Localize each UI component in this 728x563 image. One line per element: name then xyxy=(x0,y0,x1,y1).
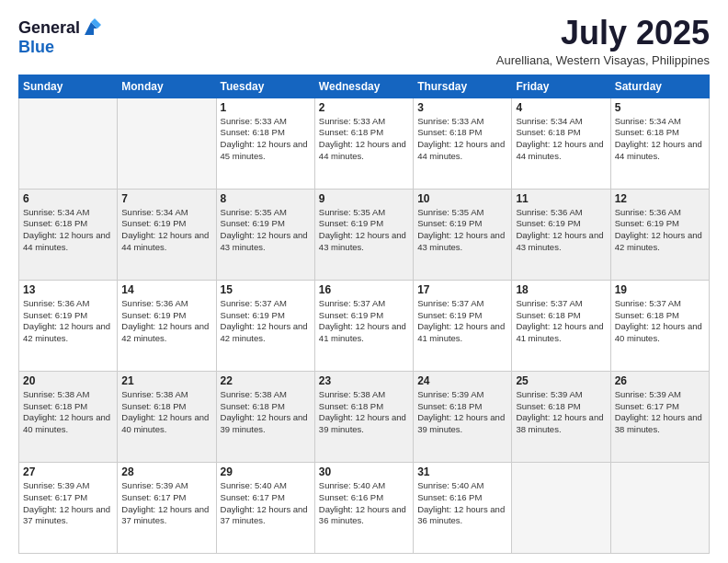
day-number: 16 xyxy=(319,283,409,296)
calendar-table: Sunday Monday Tuesday Wednesday Thursday… xyxy=(18,75,710,554)
day-info: Sunrise: 5:34 AM Sunset: 6:18 PM Dayligh… xyxy=(23,207,113,254)
calendar-day: 13Sunrise: 5:36 AM Sunset: 6:19 PM Dayli… xyxy=(19,280,118,371)
header-saturday: Saturday xyxy=(610,75,709,98)
calendar-week-row: 1Sunrise: 5:33 AM Sunset: 6:18 PM Daylig… xyxy=(19,98,710,189)
calendar-week-row: 6Sunrise: 5:34 AM Sunset: 6:18 PM Daylig… xyxy=(19,189,710,280)
day-info: Sunrise: 5:39 AM Sunset: 6:18 PM Dayligh… xyxy=(417,389,507,436)
day-number: 27 xyxy=(23,465,113,478)
calendar-week-row: 13Sunrise: 5:36 AM Sunset: 6:19 PM Dayli… xyxy=(19,280,710,371)
calendar-week-row: 20Sunrise: 5:38 AM Sunset: 6:18 PM Dayli… xyxy=(19,371,710,462)
day-info: Sunrise: 5:39 AM Sunset: 6:17 PM Dayligh… xyxy=(615,389,705,436)
header-tuesday: Tuesday xyxy=(216,75,314,98)
title-section: July 2025 Aurelliana, Western Visayas, P… xyxy=(496,15,710,67)
day-info: Sunrise: 5:33 AM Sunset: 6:18 PM Dayligh… xyxy=(417,116,507,163)
day-info: Sunrise: 5:37 AM Sunset: 6:18 PM Dayligh… xyxy=(615,298,705,345)
calendar-day: 28Sunrise: 5:39 AM Sunset: 6:17 PM Dayli… xyxy=(118,462,216,553)
day-number: 5 xyxy=(615,101,705,114)
calendar-day: 26Sunrise: 5:39 AM Sunset: 6:17 PM Dayli… xyxy=(610,371,709,462)
weekday-header-row: Sunday Monday Tuesday Wednesday Thursday… xyxy=(19,75,710,98)
header-friday: Friday xyxy=(512,75,610,98)
calendar-day: 9Sunrise: 5:35 AM Sunset: 6:19 PM Daylig… xyxy=(314,189,413,280)
day-info: Sunrise: 5:33 AM Sunset: 6:18 PM Dayligh… xyxy=(221,116,311,163)
calendar-day: 12Sunrise: 5:36 AM Sunset: 6:19 PM Dayli… xyxy=(610,189,709,280)
day-info: Sunrise: 5:38 AM Sunset: 6:18 PM Dayligh… xyxy=(121,389,211,436)
day-number: 17 xyxy=(417,283,507,296)
day-number: 14 xyxy=(121,283,211,296)
day-info: Sunrise: 5:34 AM Sunset: 6:18 PM Dayligh… xyxy=(615,116,705,163)
calendar-day: 20Sunrise: 5:38 AM Sunset: 6:18 PM Dayli… xyxy=(19,371,118,462)
calendar-day: 19Sunrise: 5:37 AM Sunset: 6:18 PM Dayli… xyxy=(610,280,709,371)
month-title: July 2025 xyxy=(496,15,710,52)
day-number: 18 xyxy=(516,283,606,296)
day-number: 25 xyxy=(516,374,606,387)
day-number: 23 xyxy=(319,374,409,387)
calendar-day: 15Sunrise: 5:37 AM Sunset: 6:19 PM Dayli… xyxy=(216,280,314,371)
calendar-day: 1Sunrise: 5:33 AM Sunset: 6:18 PM Daylig… xyxy=(216,98,314,189)
calendar-week-row: 27Sunrise: 5:39 AM Sunset: 6:17 PM Dayli… xyxy=(19,462,710,553)
day-number: 2 xyxy=(319,101,409,114)
calendar-day: 7Sunrise: 5:34 AM Sunset: 6:19 PM Daylig… xyxy=(118,189,216,280)
day-number: 28 xyxy=(121,465,211,478)
day-number: 4 xyxy=(516,101,606,114)
day-info: Sunrise: 5:35 AM Sunset: 6:19 PM Dayligh… xyxy=(319,207,409,254)
logo-icon xyxy=(81,18,101,39)
day-info: Sunrise: 5:34 AM Sunset: 6:18 PM Dayligh… xyxy=(516,116,606,163)
day-info: Sunrise: 5:38 AM Sunset: 6:18 PM Dayligh… xyxy=(319,389,409,436)
calendar-day xyxy=(118,98,216,189)
day-number: 1 xyxy=(221,101,311,114)
day-number: 24 xyxy=(417,374,507,387)
calendar-day: 29Sunrise: 5:40 AM Sunset: 6:17 PM Dayli… xyxy=(216,462,314,553)
calendar-day: 3Sunrise: 5:33 AM Sunset: 6:18 PM Daylig… xyxy=(414,98,512,189)
calendar-day: 5Sunrise: 5:34 AM Sunset: 6:18 PM Daylig… xyxy=(610,98,709,189)
day-number: 6 xyxy=(23,192,113,205)
day-number: 30 xyxy=(319,465,409,478)
day-number: 10 xyxy=(417,192,507,205)
day-number: 11 xyxy=(516,192,606,205)
calendar-day xyxy=(610,462,709,553)
day-info: Sunrise: 5:38 AM Sunset: 6:18 PM Dayligh… xyxy=(23,389,113,436)
day-info: Sunrise: 5:39 AM Sunset: 6:17 PM Dayligh… xyxy=(23,480,113,527)
day-info: Sunrise: 5:39 AM Sunset: 6:18 PM Dayligh… xyxy=(516,389,606,436)
calendar-day: 31Sunrise: 5:40 AM Sunset: 6:16 PM Dayli… xyxy=(414,462,512,553)
day-info: Sunrise: 5:37 AM Sunset: 6:19 PM Dayligh… xyxy=(319,298,409,345)
calendar-day: 10Sunrise: 5:35 AM Sunset: 6:19 PM Dayli… xyxy=(414,189,512,280)
day-info: Sunrise: 5:35 AM Sunset: 6:19 PM Dayligh… xyxy=(221,207,311,254)
day-number: 7 xyxy=(121,192,211,205)
calendar-day: 24Sunrise: 5:39 AM Sunset: 6:18 PM Dayli… xyxy=(414,371,512,462)
day-number: 26 xyxy=(615,374,705,387)
calendar-day: 21Sunrise: 5:38 AM Sunset: 6:18 PM Dayli… xyxy=(118,371,216,462)
day-number: 20 xyxy=(23,374,113,387)
day-number: 9 xyxy=(319,192,409,205)
day-info: Sunrise: 5:36 AM Sunset: 6:19 PM Dayligh… xyxy=(516,207,606,254)
header-wednesday: Wednesday xyxy=(314,75,413,98)
calendar-day: 17Sunrise: 5:37 AM Sunset: 6:19 PM Dayli… xyxy=(414,280,512,371)
calendar-day xyxy=(512,462,610,553)
day-info: Sunrise: 5:37 AM Sunset: 6:19 PM Dayligh… xyxy=(221,298,311,345)
logo-blue: Blue xyxy=(18,38,54,56)
calendar-day: 22Sunrise: 5:38 AM Sunset: 6:18 PM Dayli… xyxy=(216,371,314,462)
day-number: 21 xyxy=(121,374,211,387)
day-info: Sunrise: 5:36 AM Sunset: 6:19 PM Dayligh… xyxy=(121,298,211,345)
calendar-day: 6Sunrise: 5:34 AM Sunset: 6:18 PM Daylig… xyxy=(19,189,118,280)
day-number: 8 xyxy=(221,192,311,205)
day-info: Sunrise: 5:35 AM Sunset: 6:19 PM Dayligh… xyxy=(417,207,507,254)
day-info: Sunrise: 5:37 AM Sunset: 6:18 PM Dayligh… xyxy=(516,298,606,345)
calendar-day: 18Sunrise: 5:37 AM Sunset: 6:18 PM Dayli… xyxy=(512,280,610,371)
calendar-day: 11Sunrise: 5:36 AM Sunset: 6:19 PM Dayli… xyxy=(512,189,610,280)
calendar-day xyxy=(19,98,118,189)
calendar-day: 8Sunrise: 5:35 AM Sunset: 6:19 PM Daylig… xyxy=(216,189,314,280)
day-info: Sunrise: 5:34 AM Sunset: 6:19 PM Dayligh… xyxy=(121,207,211,254)
calendar-day: 14Sunrise: 5:36 AM Sunset: 6:19 PM Dayli… xyxy=(118,280,216,371)
calendar-day: 16Sunrise: 5:37 AM Sunset: 6:19 PM Dayli… xyxy=(314,280,413,371)
header: General Blue July 2025 Aurelliana, Weste… xyxy=(18,15,710,67)
day-info: Sunrise: 5:40 AM Sunset: 6:16 PM Dayligh… xyxy=(417,480,507,527)
day-number: 12 xyxy=(615,192,705,205)
day-info: Sunrise: 5:33 AM Sunset: 6:18 PM Dayligh… xyxy=(319,116,409,163)
page: General Blue July 2025 Aurelliana, Weste… xyxy=(0,0,728,563)
day-info: Sunrise: 5:40 AM Sunset: 6:17 PM Dayligh… xyxy=(221,480,311,527)
day-number: 22 xyxy=(221,374,311,387)
day-number: 29 xyxy=(221,465,311,478)
header-thursday: Thursday xyxy=(414,75,512,98)
calendar-day: 4Sunrise: 5:34 AM Sunset: 6:18 PM Daylig… xyxy=(512,98,610,189)
header-sunday: Sunday xyxy=(19,75,118,98)
